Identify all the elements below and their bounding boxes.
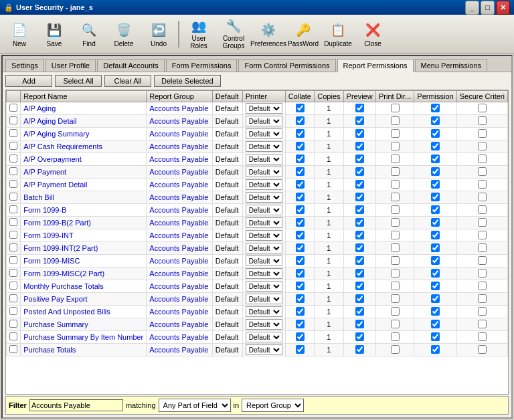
row-checkbox[interactable] [9, 104, 17, 112]
preview-checkbox[interactable] [355, 193, 364, 201]
collate-checkbox[interactable] [296, 104, 305, 112]
row-checkbox[interactable] [9, 282, 17, 290]
printer-select[interactable]: Default [246, 255, 282, 266]
print-dir-checkbox[interactable] [391, 205, 400, 214]
print-dir-checkbox[interactable] [391, 231, 400, 239]
secure-criteri-checkbox[interactable] [478, 256, 487, 265]
minimize-button[interactable]: _ [465, 1, 479, 15]
report-name-link[interactable]: Positive Pay Export [23, 295, 87, 303]
report-name-link[interactable]: Purchase Totals [23, 346, 76, 354]
row-checkbox[interactable] [9, 205, 17, 213]
row-checkbox[interactable] [9, 307, 17, 315]
report-name-link[interactable]: Posted And Unposted Bills [23, 308, 110, 316]
row-checkbox[interactable] [9, 142, 17, 150]
col-header-permission[interactable]: Permission [414, 91, 456, 102]
secure-criteri-checkbox[interactable] [478, 345, 487, 354]
printer-select[interactable]: Default [246, 103, 282, 114]
add-button[interactable]: Add [5, 75, 52, 87]
permission-checkbox[interactable] [431, 294, 440, 303]
printer-select[interactable]: Default [246, 306, 282, 317]
secure-criteri-checkbox[interactable] [478, 307, 487, 316]
printer-select[interactable]: Default [246, 116, 282, 126]
tab-report-permissions[interactable]: Report Permissions [337, 59, 414, 72]
print-dir-checkbox[interactable] [391, 129, 400, 138]
report-name-link[interactable]: A/P Aging Summary [23, 130, 89, 138]
permission-checkbox[interactable] [431, 332, 440, 341]
printer-select[interactable]: Default [246, 179, 282, 190]
maximize-button[interactable]: □ [481, 1, 495, 15]
permission-checkbox[interactable] [431, 269, 440, 278]
permission-checkbox[interactable] [431, 243, 440, 252]
permission-checkbox[interactable] [431, 193, 440, 201]
filter-matching-select[interactable]: Any Part of Field Begins With Exact Matc… [159, 399, 231, 412]
print-dir-checkbox[interactable] [391, 307, 400, 316]
printer-select[interactable]: Default [246, 281, 282, 292]
permission-checkbox[interactable] [431, 167, 440, 176]
toolbar-btn-close[interactable]: ❌Close [356, 17, 390, 51]
collate-checkbox[interactable] [296, 256, 305, 265]
collate-checkbox[interactable] [296, 193, 305, 201]
preview-checkbox[interactable] [355, 243, 364, 252]
preview-checkbox[interactable] [355, 307, 364, 316]
tab-user-profile[interactable]: User Profile [46, 59, 96, 72]
permission-checkbox[interactable] [431, 154, 440, 163]
preview-checkbox[interactable] [355, 154, 364, 163]
report-name-link[interactable]: A/P Cash Requirements [23, 142, 102, 150]
print-dir-checkbox[interactable] [391, 154, 400, 163]
collate-checkbox[interactable] [296, 332, 305, 341]
row-checkbox[interactable] [9, 154, 17, 163]
print-dir-checkbox[interactable] [391, 167, 400, 176]
print-dir-checkbox[interactable] [391, 180, 400, 189]
tab-settings[interactable]: Settings [5, 59, 44, 72]
collate-checkbox[interactable] [296, 269, 305, 278]
collate-checkbox[interactable] [296, 218, 305, 227]
toolbar-btn-save[interactable]: 💾Save [37, 17, 71, 51]
col-header-printer[interactable]: Printer [242, 91, 285, 102]
collate-checkbox[interactable] [296, 282, 305, 290]
row-checkbox[interactable] [9, 294, 17, 302]
preview-checkbox[interactable] [355, 320, 364, 328]
tab-default-accounts[interactable]: Default Accounts [97, 59, 165, 72]
preview-checkbox[interactable] [355, 294, 364, 303]
collate-checkbox[interactable] [296, 243, 305, 252]
toolbar-btn-preferences[interactable]: ⚙️Preferences [252, 17, 285, 51]
preview-checkbox[interactable] [355, 205, 364, 214]
permission-checkbox[interactable] [431, 180, 440, 189]
preview-checkbox[interactable] [355, 129, 364, 138]
preview-checkbox[interactable] [355, 332, 364, 341]
collate-checkbox[interactable] [296, 294, 305, 303]
collate-checkbox[interactable] [296, 180, 305, 189]
print-dir-checkbox[interactable] [391, 282, 400, 290]
preview-checkbox[interactable] [355, 142, 364, 150]
col-header-report-name[interactable]: Report Name [21, 91, 147, 102]
permission-checkbox[interactable] [431, 307, 440, 316]
row-checkbox[interactable] [9, 345, 17, 353]
row-checkbox[interactable] [9, 243, 17, 251]
select-all-button[interactable]: Select All [55, 75, 102, 87]
report-name-link[interactable]: Form 1099-B [23, 206, 66, 214]
printer-select[interactable]: Default [246, 128, 282, 139]
row-checkbox[interactable] [9, 256, 17, 264]
col-header-collate[interactable]: Collate [285, 91, 315, 102]
printer-select[interactable]: Default [246, 141, 282, 152]
preview-checkbox[interactable] [355, 256, 364, 265]
row-checkbox[interactable] [9, 129, 17, 137]
print-dir-checkbox[interactable] [391, 269, 400, 278]
permission-checkbox[interactable] [431, 142, 440, 150]
filter-input[interactable] [29, 399, 123, 411]
row-checkbox[interactable] [9, 231, 17, 239]
report-name-link[interactable]: Purchase Summary [23, 320, 88, 328]
toolbar-btn-find[interactable]: 🔍Find [72, 17, 106, 51]
tab-form-permissions[interactable]: Form Permissions [166, 59, 238, 72]
permission-checkbox[interactable] [431, 129, 440, 138]
secure-criteri-checkbox[interactable] [478, 104, 487, 112]
col-header-copies[interactable]: Copies [315, 91, 343, 102]
collate-checkbox[interactable] [296, 320, 305, 328]
printer-select[interactable]: Default [246, 154, 282, 165]
preview-checkbox[interactable] [355, 345, 364, 354]
permission-checkbox[interactable] [431, 116, 440, 125]
printer-select[interactable]: Default [246, 192, 282, 203]
preview-checkbox[interactable] [355, 167, 364, 176]
collate-checkbox[interactable] [296, 142, 305, 150]
row-checkbox[interactable] [9, 193, 17, 201]
